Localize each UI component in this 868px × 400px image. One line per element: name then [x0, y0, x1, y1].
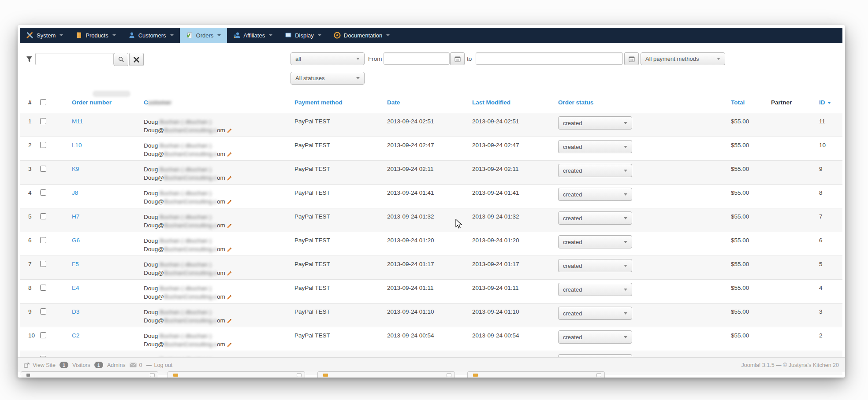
date-from-calendar-button[interactable] [450, 52, 465, 65]
edit-pencil-icon[interactable] [226, 127, 232, 136]
select-all-checkbox[interactable] [40, 99, 46, 105]
table-row: 2 L10 Doug Buchan ( dbuchan ) Doug@Bucha… [20, 137, 842, 161]
order-status-select[interactable]: created [558, 330, 632, 344]
menu-item-orders[interactable]: Orders [180, 28, 227, 43]
row-checkbox[interactable] [40, 118, 46, 124]
row-checkbox[interactable] [40, 237, 46, 243]
panel-toggle-button[interactable] [596, 373, 601, 377]
row-number: 7 [20, 256, 40, 280]
order-number-link[interactable]: M11 [72, 118, 83, 125]
row-checkbox[interactable] [40, 189, 46, 196]
chevron-down-icon [386, 34, 390, 36]
edit-pencil-icon[interactable] [226, 294, 232, 302]
sort-desc-icon [827, 102, 831, 104]
messages-count: 0 [139, 362, 142, 368]
collapsed-panel[interactable] [467, 371, 605, 378]
header-customer-blurred: ustomer [148, 99, 171, 106]
row-checkbox[interactable] [40, 213, 46, 219]
order-status-select[interactable]: created [558, 164, 632, 177]
menu-item-customers[interactable]: Customers [122, 28, 180, 43]
panel-toggle-button[interactable] [150, 373, 155, 377]
edit-pencil-icon[interactable] [226, 199, 232, 207]
header-order-status[interactable]: Order status [558, 99, 593, 106]
collapsed-panel[interactable] [168, 371, 305, 378]
date-to-input[interactable] [476, 52, 623, 65]
edit-pencil-icon[interactable] [226, 270, 232, 278]
messages-link[interactable]: 0 [130, 362, 142, 368]
header-total[interactable]: Total [731, 99, 745, 106]
date-from-input[interactable] [384, 52, 450, 65]
panel-toggle-button[interactable] [447, 373, 451, 377]
edit-pencil-icon[interactable] [226, 341, 232, 350]
order-number-link[interactable]: J8 [72, 189, 78, 196]
order-number-link[interactable]: C2 [72, 332, 79, 339]
id-cell: 6 [809, 232, 842, 256]
row-checkbox[interactable] [40, 166, 46, 172]
chevron-down-icon [624, 170, 627, 172]
edit-pencil-icon[interactable] [226, 246, 232, 255]
order-number-link[interactable]: K9 [72, 166, 79, 172]
total-cell: $55.00 [726, 161, 765, 185]
customer-email-blurred: BuchanConsulting.c [164, 127, 217, 133]
order-status-select[interactable]: created [558, 116, 632, 130]
clear-search-button[interactable] [129, 53, 144, 66]
logout-link[interactable]: Log out [146, 362, 173, 368]
collapsed-panel[interactable] [21, 371, 158, 378]
menu-item-system[interactable]: System [20, 28, 69, 43]
date-to-calendar-button[interactable] [624, 52, 639, 65]
order-number-link[interactable]: H7 [72, 213, 79, 220]
edit-pencil-icon[interactable] [226, 151, 232, 159]
search-input[interactable] [35, 53, 114, 65]
total-cell: $55.00 [726, 208, 765, 232]
order-status-select[interactable]: created [558, 307, 632, 320]
order-status-select[interactable]: created [558, 211, 632, 225]
header-order-number[interactable]: Order number [72, 99, 112, 106]
menu-item-documentation[interactable]: Documentation [328, 28, 396, 43]
total-cell: $55.00 [726, 232, 765, 256]
panel-toggle-button[interactable] [297, 373, 302, 377]
header-partner: Partner [765, 95, 809, 113]
status-filter-select[interactable]: All statuses [291, 72, 365, 85]
edit-pencil-icon[interactable] [226, 222, 232, 231]
customer-email-suffix: om [217, 341, 225, 348]
header-customer[interactable]: Customer [144, 99, 171, 106]
edit-pencil-icon[interactable] [226, 175, 232, 183]
order-status-select[interactable]: created [558, 188, 632, 201]
menu-item-display[interactable]: Display [279, 28, 328, 43]
order-status-value: created [563, 120, 582, 126]
customer-email-visible: Doug@ [144, 198, 164, 205]
row-checkbox[interactable] [40, 261, 46, 267]
order-number-link[interactable]: D3 [72, 308, 79, 315]
header-date[interactable]: Date [387, 99, 400, 106]
table-row: 3 K9 Doug Buchan ( dbuchan ) Doug@Buchan… [20, 161, 842, 185]
order-number-link[interactable]: E4 [72, 285, 79, 291]
row-checkbox[interactable] [40, 332, 46, 338]
menu-item-products[interactable]: Products [69, 28, 122, 43]
date-cell: 2013-09-24 01:17 [387, 256, 472, 280]
order-status-select[interactable]: created [558, 283, 632, 296]
chevron-down-icon [624, 241, 627, 243]
collapsed-panel[interactable] [317, 371, 455, 378]
edit-pencil-icon[interactable] [226, 318, 232, 326]
row-checkbox[interactable] [40, 308, 46, 315]
row-checkbox[interactable] [40, 142, 46, 148]
payment-method-select[interactable]: All payment methods [641, 52, 725, 65]
customer-email-blurred: BuchanConsulting.c [164, 293, 217, 300]
view-site-link[interactable]: View Site [24, 362, 56, 368]
order-status-select[interactable]: created [558, 140, 632, 153]
header-id[interactable]: ID [819, 99, 831, 106]
table-row: 6 G6 Doug Buchan ( dbuchan ) Doug@Buchan… [20, 232, 842, 256]
row-checkbox[interactable] [40, 285, 46, 291]
order-number-link[interactable]: F5 [72, 261, 79, 267]
menu-item-affiliates[interactable]: Affiliates [227, 28, 279, 43]
header-id-label: ID [819, 99, 825, 106]
header-payment-method[interactable]: Payment method [294, 99, 343, 106]
order-status-select[interactable]: created [558, 235, 632, 248]
bottom-panels-strip [18, 372, 845, 378]
header-last-modified[interactable]: Last Modified [472, 99, 510, 106]
order-number-link[interactable]: L10 [72, 142, 82, 148]
order-number-link[interactable]: G6 [72, 237, 80, 244]
order-status-select[interactable]: created [558, 259, 632, 272]
search-button[interactable] [114, 53, 128, 66]
order-type-select[interactable]: all [291, 52, 365, 65]
